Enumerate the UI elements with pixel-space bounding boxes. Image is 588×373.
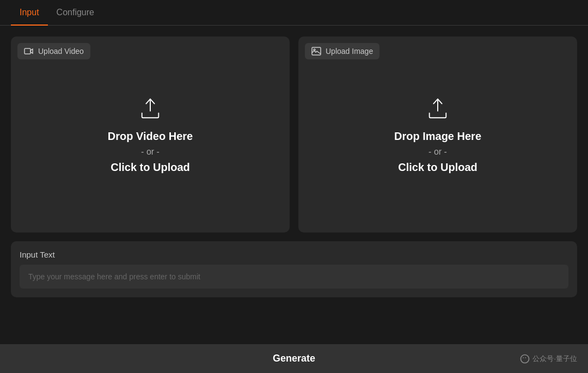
upload-video-text: Upload Video: [38, 47, 84, 56]
drop-image-text: Drop Image Here: [394, 130, 481, 143]
upload-video-label: Upload Video: [17, 43, 90, 59]
upload-row: Upload Video Drop Video Here - or - C: [11, 36, 577, 233]
tab-bar: Input Configure: [0, 0, 588, 26]
app-container: Input Configure Upload Video: [0, 0, 588, 373]
upload-video-panel[interactable]: Upload Video Drop Video Here - or - C: [11, 36, 290, 233]
svg-rect-0: [24, 48, 30, 54]
upload-video-tray-icon: [137, 95, 163, 121]
tab-input[interactable]: Input: [11, 0, 48, 25]
video-icon: [24, 46, 34, 56]
generate-button[interactable]: Generate: [273, 353, 315, 364]
watermark: 公众号·量子位: [519, 353, 577, 364]
wechat-icon: [519, 353, 530, 364]
upload-image-area: Drop Image Here - or - Click to Upload: [298, 36, 577, 233]
watermark-text: 公众号·量子位: [532, 354, 577, 364]
input-text-section: Input Text: [11, 241, 577, 297]
upload-image-text: Upload Image: [326, 47, 373, 56]
input-text-label: Input Text: [20, 250, 568, 259]
main-content: Upload Video Drop Video Here - or - C: [0, 26, 588, 344]
click-image-text: Click to Upload: [398, 161, 477, 174]
upload-image-panel[interactable]: Upload Image Drop Image Here - or - Clic…: [298, 36, 577, 233]
click-video-text: Click to Upload: [111, 161, 190, 174]
drop-video-text: Drop Video Here: [108, 130, 193, 143]
upload-video-area: Drop Video Here - or - Click to Upload: [11, 36, 290, 233]
generate-bar: Generate 公众号·量子位: [0, 344, 588, 373]
upload-image-tray-icon: [425, 95, 451, 121]
image-icon: [311, 46, 321, 56]
message-input[interactable]: [20, 265, 568, 289]
or-image-text: - or -: [428, 147, 447, 157]
tab-configure[interactable]: Configure: [48, 0, 103, 25]
upload-image-label: Upload Image: [305, 43, 379, 59]
or-video-text: - or -: [141, 147, 160, 157]
